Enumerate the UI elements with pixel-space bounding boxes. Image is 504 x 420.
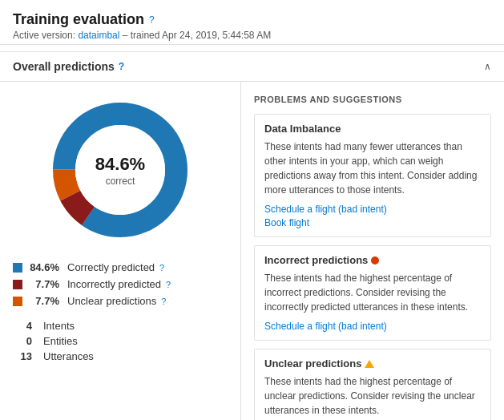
warning-icon xyxy=(365,360,374,368)
stat-value-entities: 0 xyxy=(13,335,32,347)
link-book-flight-1[interactable]: Book flight xyxy=(264,217,481,228)
card-body-incorrect: These intents had the highest percentage… xyxy=(264,271,481,314)
left-panel: 84.6% correct 84.6% Correctly predicted … xyxy=(0,82,240,420)
section-help-icon[interactable]: ? xyxy=(119,61,124,72)
collapse-icon[interactable]: ∧ xyxy=(484,61,491,72)
card-title-incorrect: Incorrect predictions xyxy=(264,254,481,266)
stat-value-intents: 4 xyxy=(13,320,32,332)
card-data-imbalance: Data Imbalance These intents had many fe… xyxy=(254,114,491,237)
card-body-unclear: These intents had the highest percentage… xyxy=(264,374,481,418)
active-version: Active version: dataimbal – trained Apr … xyxy=(13,30,491,41)
legend-value-unclear: 7.7% xyxy=(27,295,59,307)
legend-help-correct[interactable]: ? xyxy=(159,263,164,273)
card-title-unclear: Unclear predictions xyxy=(264,357,481,370)
card-body-data-imbalance: These intents had many fewer utterances … xyxy=(264,139,481,197)
stat-label-utterances: Utterances xyxy=(43,350,94,362)
legend-color-unclear xyxy=(13,297,22,306)
page-title: Training evaluation xyxy=(13,11,144,28)
stat-intents: 4 Intents xyxy=(13,320,228,332)
version-link[interactable]: dataimbal xyxy=(78,30,119,41)
legend-text-unclear: Unclear predictions xyxy=(67,295,156,307)
stat-utterances: 13 Utterances xyxy=(13,350,228,362)
legend-value-correct: 84.6% xyxy=(27,261,59,273)
section-header: Overall predictions ? ∧ xyxy=(0,51,504,82)
stat-label-intents: Intents xyxy=(43,320,75,332)
legend-item-incorrect: 7.7% Incorrectly predicted ? xyxy=(13,278,228,290)
legend-text-correct: Correctly predicted xyxy=(67,261,155,273)
legend-color-incorrect xyxy=(13,280,22,289)
link-schedule-flight-1[interactable]: Schedule a flight (bad intent) xyxy=(264,204,481,215)
chart-container: 84.6% correct xyxy=(13,98,228,242)
donut-center: 84.6% correct xyxy=(95,154,145,187)
card-incorrect-predictions: Incorrect predictions These intents had … xyxy=(254,245,491,341)
stat-label-entities: Entities xyxy=(43,335,78,347)
legend-help-incorrect[interactable]: ? xyxy=(166,280,171,289)
legend-value-incorrect: 7.7% xyxy=(27,278,59,290)
title-help-icon[interactable]: ? xyxy=(149,14,155,26)
card-title-data-imbalance: Data Imbalance xyxy=(264,123,481,135)
legend-text-incorrect: Incorrectly predicted xyxy=(67,278,161,290)
legend-item-unclear: 7.7% Unclear predictions ? xyxy=(13,295,228,307)
right-panel: PROBLEMS AND SUGGESTIONS Data Imbalance … xyxy=(240,82,504,420)
stats: 4 Intents 0 Entities 13 Utterances xyxy=(13,320,228,362)
main-content: 84.6% correct 84.6% Correctly predicted … xyxy=(0,82,504,420)
stat-value-utterances: 13 xyxy=(13,350,32,362)
stat-entities: 0 Entities xyxy=(13,335,228,347)
donut-label: correct xyxy=(106,176,135,187)
legend-help-unclear[interactable]: ? xyxy=(161,297,166,306)
legend: 84.6% Correctly predicted ? 7.7% Incorre… xyxy=(13,261,228,307)
link-schedule-flight-2[interactable]: Schedule a flight (bad intent) xyxy=(264,321,481,332)
problems-title: PROBLEMS AND SUGGESTIONS xyxy=(254,95,491,104)
donut-percent: 84.6% xyxy=(95,154,145,175)
section-title-text: Overall predictions xyxy=(13,60,115,73)
page-header: Training evaluation ? Active version: da… xyxy=(0,0,504,45)
legend-item-correct: 84.6% Correctly predicted ? xyxy=(13,261,228,273)
legend-color-correct xyxy=(13,263,22,273)
error-icon xyxy=(371,256,379,265)
card-unclear-predictions: Unclear predictions These intents had th… xyxy=(254,349,491,420)
